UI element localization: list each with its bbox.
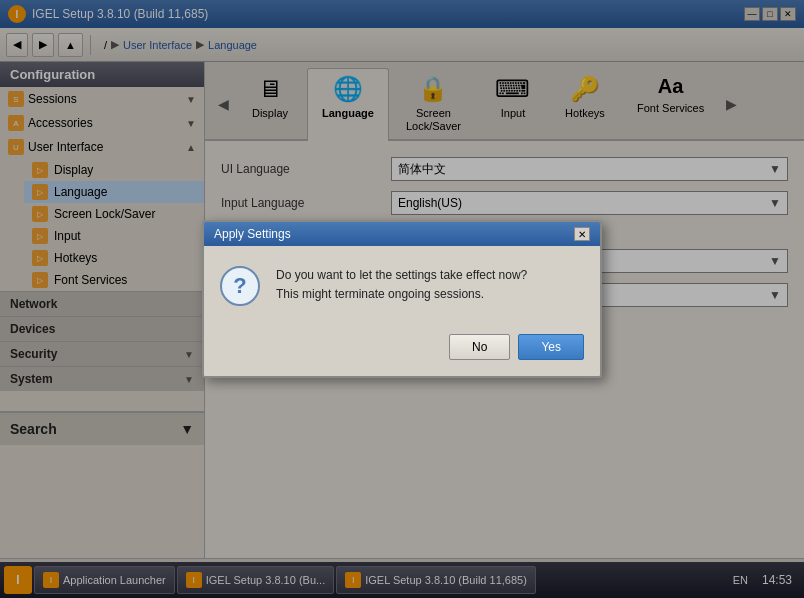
modal-question-icon: ?: [220, 266, 260, 306]
apply-settings-modal: Apply Settings ✕ ? Do you want to let th…: [202, 220, 602, 378]
modal-title-bar: Apply Settings ✕: [204, 222, 600, 246]
modal-body: ? Do you want to let the settings take e…: [204, 246, 600, 326]
modal-buttons: No Yes: [204, 326, 600, 376]
modal-message: Do you want to let the settings take eff…: [276, 266, 527, 304]
modal-overlay: Apply Settings ✕ ? Do you want to let th…: [0, 0, 804, 598]
modal-close-button[interactable]: ✕: [574, 227, 590, 241]
modal-no-button[interactable]: No: [449, 334, 510, 360]
modal-message-line1: Do you want to let the settings take eff…: [276, 268, 527, 282]
modal-yes-button[interactable]: Yes: [518, 334, 584, 360]
modal-title: Apply Settings: [214, 227, 291, 241]
modal-message-line2: This might terminate ongoing sessions.: [276, 287, 484, 301]
